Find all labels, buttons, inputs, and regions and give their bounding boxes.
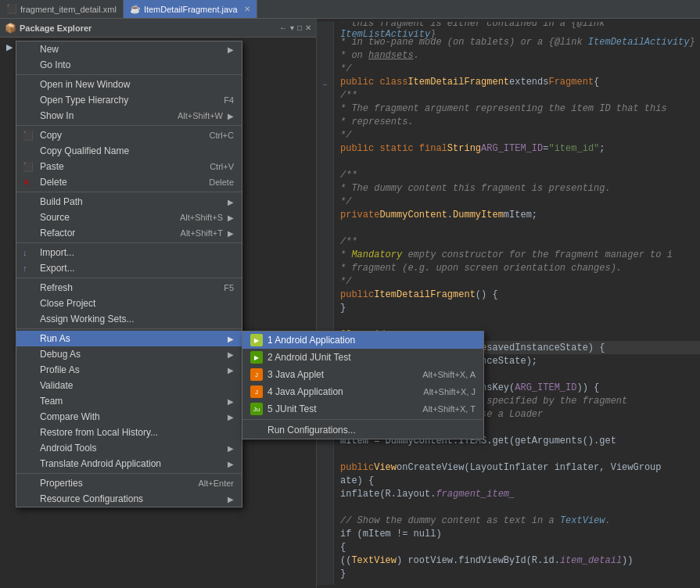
code-line-35: ((TextView) rootView.findViewById(R.id.i… — [340, 554, 700, 567]
minimize-icon[interactable]: ← — [279, 23, 287, 32]
code-line-blank-1 — [340, 155, 700, 168]
menu-label-build-path: Build Path — [40, 196, 228, 207]
android-junit-icon: ▶ — [250, 351, 263, 364]
submenu-item-java-applet[interactable]: J 3 Java Applet Alt+Shift+X, A — [242, 366, 483, 383]
code-line-blank-7 — [340, 580, 700, 585]
view-menu-icon[interactable]: ▾ — [290, 23, 294, 32]
context-menu: New ▶ Go Into Open in New Window Open Ty… — [16, 41, 242, 507]
submenu-arrow-build-path: ▶ — [228, 198, 234, 206]
menu-item-validate[interactable]: Validate — [16, 378, 242, 393]
submenu-label-junit: 5 JUnit Test — [267, 403, 418, 414]
menu-label-export: Export... — [40, 263, 75, 274]
maximize-icon[interactable]: □ — [297, 23, 302, 32]
submenu-label-java-applet: 3 Java Applet — [267, 369, 418, 380]
java-app-icon: J — [250, 385, 263, 398]
menu-item-properties[interactable]: Properties Alt+Enter — [16, 475, 242, 491]
menu-item-profile-as[interactable]: Profile As ▶ — [16, 362, 242, 378]
android-app-icon: ▶ — [250, 334, 263, 346]
menu-label-validate: Validate — [40, 380, 73, 391]
menu-item-copy[interactable]: ⬛ Copy Ctrl+C — [16, 127, 242, 143]
shortcut-refactor: Alt+Shift+T — [181, 228, 223, 238]
package-explorer-title: Package Explorer — [20, 23, 276, 33]
code-editor[interactable]: − — [317, 19, 700, 588]
code-line-19: public ItemDetailFragment() { — [340, 288, 700, 301]
menu-label-refactor: Refactor — [40, 228, 181, 238]
menu-item-export[interactable]: ↑ Export... — [16, 260, 242, 276]
shortcut-java-applet: Alt+Shift+X, A — [422, 370, 476, 379]
shortcut-show-in: Alt+Shift+W — [178, 111, 223, 120]
code-line-14: private DummyContent.DummyItem mItem; — [340, 208, 700, 221]
menu-label-open-type-hierarchy: Open Type Hierarchy — [40, 95, 224, 106]
menu-separator-6 — [16, 328, 242, 329]
code-line-1: * this fragment is either contained in a… — [340, 22, 700, 35]
menu-item-go-into[interactable]: Go Into — [16, 57, 242, 73]
menu-label-profile-as: Profile As — [40, 364, 228, 375]
package-explorer-icon: 📦 — [5, 23, 16, 34]
menu-label-properties: Properties — [40, 478, 198, 489]
submenu-arrow-source: ▶ — [228, 213, 234, 222]
menu-separator-2 — [16, 125, 242, 126]
menu-item-paste[interactable]: ⬛ Paste Ctrl+V — [16, 159, 242, 174]
menu-item-delete[interactable]: ✕ Delete Delete — [16, 174, 242, 190]
submenu-arrow-show-in: ▶ — [228, 112, 234, 120]
menu-item-source[interactable]: Source Alt+Shift+S ▶ — [16, 210, 242, 225]
menu-separator-5 — [16, 278, 242, 278]
submenu-arrow-run-as: ▶ — [228, 335, 234, 343]
menu-item-translate-android[interactable]: Translate Android Application ▶ — [16, 456, 242, 471]
menu-item-refactor[interactable]: Refactor Alt+Shift+T ▶ — [16, 225, 242, 241]
menu-item-show-in[interactable]: Show In Alt+Shift+W ▶ — [16, 108, 242, 124]
code-line-11: /** — [340, 168, 700, 181]
menu-item-run-as[interactable]: Run As ▶ ▶ 1 Android Application ▶ 2 And… — [16, 331, 242, 346]
menu-item-assign-working-sets[interactable]: Assign Working Sets... — [16, 311, 242, 327]
menu-item-open-type-hierarchy[interactable]: Open Type Hierarchy F4 — [16, 92, 242, 108]
main-content: 📦 Package Explorer ← ▾ □ ✕ ▶📁src New ▶ — [0, 19, 700, 588]
menu-item-debug-as[interactable]: Debug As ▶ — [16, 346, 242, 362]
menu-label-translate-android: Translate Android Application — [40, 458, 228, 469]
run-configs-icon — [250, 424, 263, 436]
menu-separator-4 — [16, 242, 242, 243]
menu-item-open-new-window[interactable]: Open in New Window — [16, 77, 242, 92]
menu-item-build-path[interactable]: Build Path ▶ — [16, 194, 242, 210]
import-icon: ↓ — [23, 248, 27, 257]
menu-item-team[interactable]: Team ▶ — [16, 393, 242, 409]
close-tab-icon[interactable]: ✕ — [244, 5, 250, 13]
tab-xml[interactable]: ⬛ fragment_item_detail.xml — [0, 0, 124, 18]
code-line-2: * in two-pane mode (on tablets) or a {@l… — [340, 35, 700, 48]
code-line-20: } — [340, 301, 700, 314]
left-panel: 📦 Package Explorer ← ▾ □ ✕ ▶📁src New ▶ — [0, 19, 317, 588]
submenu-item-java-app[interactable]: J 4 Java Application Alt+Shift+X, J — [242, 383, 483, 400]
code-line-31: inflate(R.layout.fragment_item_ — [340, 487, 700, 500]
submenu-item-run-configs[interactable]: Run Configurations... — [242, 421, 483, 439]
code-line-9: */ — [340, 128, 700, 142]
code-line-36: } — [340, 567, 700, 580]
menu-separator-3 — [16, 192, 242, 192]
close-panel-icon[interactable]: ✕ — [305, 23, 311, 32]
menu-item-restore-history[interactable]: Restore from Local History... — [16, 425, 242, 440]
main-window: ⬛ fragment_item_detail.xml ☕ ItemDetailF… — [0, 0, 700, 588]
tab-java[interactable]: ☕ ItemDetailFragment.java ✕ — [124, 0, 257, 18]
submenu-item-android-junit[interactable]: ▶ 2 Android JUnit Test — [242, 349, 483, 366]
code-line-30: ate) { — [340, 474, 700, 487]
menu-item-close-project[interactable]: Close Project — [16, 296, 242, 311]
menu-item-compare-with[interactable]: Compare With ▶ — [16, 409, 242, 425]
menu-item-copy-qualified[interactable]: Copy Qualified Name — [16, 143, 242, 159]
menu-item-refresh[interactable]: Refresh F5 — [16, 280, 242, 296]
menu-item-new[interactable]: New ▶ — [16, 41, 242, 57]
code-line-6: /** — [340, 88, 700, 102]
code-gutter: − — [317, 22, 334, 585]
code-line-blank-2 — [340, 221, 700, 235]
shortcut-java-app: Alt+Shift+X, J — [423, 387, 476, 396]
editor-tab-bar: ⬛ fragment_item_detail.xml ☕ ItemDetailF… — [0, 0, 700, 19]
submenu-arrow-profile-as: ▶ — [228, 366, 234, 375]
menu-label-go-into: Go Into — [40, 59, 70, 70]
menu-item-android-tools[interactable]: Android Tools ▶ — [16, 440, 242, 456]
code-line-10: public static final String ARG_ITEM_ID =… — [340, 142, 700, 155]
code-line-3: * on handsets. — [340, 48, 700, 62]
shortcut-properties: Alt+Enter — [198, 479, 234, 488]
menu-item-import[interactable]: ↓ Import... — [16, 245, 242, 260]
menu-item-resource-configs[interactable]: Resource Configurations ▶ — [16, 491, 242, 507]
menu-separator-sub — [242, 419, 483, 420]
submenu-item-android-app[interactable]: ▶ 1 Android Application — [242, 332, 483, 349]
submenu-item-junit[interactable]: Ju 5 JUnit Test Alt+Shift+X, T — [242, 400, 483, 418]
code-line-18: */ — [340, 274, 700, 288]
